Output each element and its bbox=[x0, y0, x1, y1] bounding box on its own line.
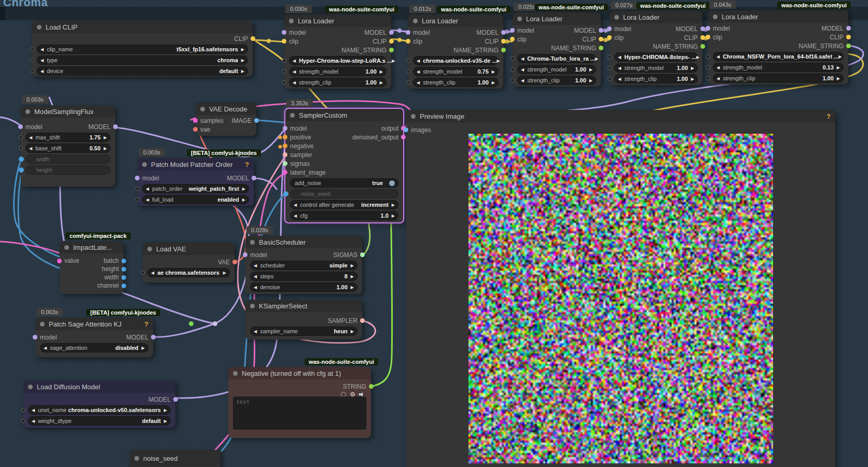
output-slot-width[interactable]: width bbox=[104, 274, 120, 281]
widget-port[interactable] bbox=[406, 80, 410, 84]
widget-port[interactable] bbox=[406, 59, 410, 63]
node-titlebar[interactable]: Patch Model Patcher Order? bbox=[137, 158, 254, 171]
decrement-arrow-icon[interactable]: ◀ bbox=[29, 135, 32, 140]
increment-arrow-icon[interactable]: ▶ bbox=[392, 203, 395, 207]
node-vae-decode[interactable]: VAE Decode samplesIMAGE vae bbox=[196, 103, 256, 136]
widget-port[interactable] bbox=[21, 408, 25, 412]
output-slot-output[interactable]: output bbox=[381, 125, 400, 132]
decrement-arrow-icon[interactable]: ◀ bbox=[293, 80, 296, 85]
collapse-dot[interactable] bbox=[411, 114, 416, 119]
node-titlebar[interactable]: Load Diffusion Model bbox=[23, 380, 175, 393]
decrement-arrow-icon[interactable]: ◀ bbox=[254, 274, 257, 279]
widget-port[interactable] bbox=[608, 55, 612, 59]
increment-arrow-icon[interactable]: ▶ bbox=[492, 80, 495, 85]
increment-arrow-icon[interactable]: ▶ bbox=[164, 408, 167, 413]
decrement-arrow-icon[interactable]: ◀ bbox=[40, 69, 44, 74]
decrement-arrow-icon[interactable]: ◀ bbox=[417, 69, 420, 74]
widget-port[interactable] bbox=[706, 76, 710, 80]
output-slot-model[interactable]: MODEL bbox=[476, 29, 500, 36]
input-slot-model[interactable]: model bbox=[711, 25, 730, 32]
collapse-dot[interactable] bbox=[40, 322, 45, 327]
collapse-dot[interactable] bbox=[64, 245, 69, 250]
noise-seed-input-port[interactable] bbox=[283, 191, 288, 196]
decrement-arrow-icon[interactable]: ◀ bbox=[717, 76, 720, 81]
output-slot-name-string[interactable]: NAME_STRING bbox=[798, 43, 845, 50]
input-slot-model[interactable]: model bbox=[38, 334, 57, 341]
strength-model-widget[interactable]: ◀strength_model1.00▶ bbox=[289, 67, 387, 76]
help-icon[interactable]: ? bbox=[826, 112, 831, 120]
node-lora-loader-3[interactable]: 0.025s was-node-suite-comfyui Lora Loade… bbox=[513, 12, 601, 87]
input-slot-sampler[interactable]: sampler bbox=[288, 151, 312, 159]
widget-port[interactable] bbox=[21, 419, 25, 423]
decrement-arrow-icon[interactable]: ◀ bbox=[294, 214, 297, 218]
node-titlebar[interactable]: KSamplerSelect bbox=[245, 300, 362, 312]
collapse-dot[interactable] bbox=[200, 107, 205, 111]
collapse-dot[interactable] bbox=[413, 19, 418, 23]
decrement-arrow-icon[interactable]: ◀ bbox=[417, 59, 420, 63]
input-slot-model[interactable]: model bbox=[24, 123, 43, 131]
increment-arrow-icon[interactable]: ▶ bbox=[351, 263, 354, 268]
output-slot-channel[interactable]: channel bbox=[97, 282, 120, 289]
node-noise-seed[interactable]: noise_seed bbox=[130, 450, 221, 467]
output-slot-name-string[interactable]: NAME_STRING bbox=[551, 45, 598, 52]
increment-arrow-icon[interactable]: ▶ bbox=[497, 59, 500, 63]
strength-clip-widget[interactable]: ◀strength_clip1.00▶ bbox=[614, 74, 698, 83]
vae-name-widget[interactable]: ◀ae chroma.safetensors▶ bbox=[147, 268, 230, 277]
collapse-dot[interactable] bbox=[28, 385, 33, 389]
output-slot-sigmas[interactable]: SIGMAS bbox=[333, 251, 359, 259]
strength-clip-widget[interactable]: ◀strength_clip1.00▶ bbox=[289, 78, 387, 87]
node-lora-loader-4[interactable]: 0.027s was-node-suite-comfyui Lora Loade… bbox=[610, 11, 702, 85]
steps-widget[interactable]: ◀steps8▶ bbox=[250, 272, 357, 281]
decrement-arrow-icon[interactable]: ◀ bbox=[521, 78, 524, 83]
increment-arrow-icon[interactable]: ▶ bbox=[691, 77, 694, 81]
collapse-dot[interactable] bbox=[37, 25, 42, 30]
type-widget[interactable]: ◀typechroma▶ bbox=[37, 55, 248, 65]
node-titlebar[interactable]: Patch Sage Attention KJ? bbox=[35, 318, 153, 330]
decrement-arrow-icon[interactable]: ◀ bbox=[32, 408, 35, 413]
output-slot-clip[interactable]: CLIP bbox=[234, 35, 250, 43]
node-titlebar[interactable]: SamplerCustom bbox=[285, 109, 403, 121]
output-slot-clip[interactable]: CLIP bbox=[582, 36, 598, 43]
increment-arrow-icon[interactable]: ▶ bbox=[589, 67, 593, 72]
output-slot-vae[interactable]: VAE bbox=[218, 259, 231, 266]
node-titlebar[interactable]: Lora Loader bbox=[284, 15, 391, 27]
collapse-dot[interactable] bbox=[25, 109, 30, 114]
node-titlebar[interactable]: BasicScheduler bbox=[245, 236, 362, 248]
lora-name-widget[interactable]: ◀Chroma-Turbo_lora_ra ...▶ bbox=[517, 54, 596, 63]
negative-text-input[interactable] bbox=[233, 397, 366, 430]
decrement-arrow-icon[interactable]: ◀ bbox=[146, 197, 149, 202]
output-slot-model[interactable]: MODEL bbox=[364, 29, 388, 36]
input-slot-clip[interactable]: clip bbox=[711, 34, 722, 41]
widget-port[interactable] bbox=[19, 146, 23, 150]
control-after-generate-widget[interactable]: ◀control after generateincrement▶ bbox=[290, 200, 398, 209]
node-lora-loader-1[interactable]: 0.030s was-node-suite-comfyui Lora Loade… bbox=[284, 15, 391, 89]
node-lora-loader-2[interactable]: 0.012s was-node-suite-comfyui Lora Loade… bbox=[408, 15, 503, 89]
input-slot-vae[interactable]: vae bbox=[199, 126, 210, 133]
increment-arrow-icon[interactable]: ▶ bbox=[241, 69, 244, 74]
collapse-dot[interactable] bbox=[250, 304, 255, 308]
input-slot-clip[interactable]: clip bbox=[613, 34, 624, 41]
widget-port[interactable] bbox=[135, 197, 140, 202]
widget-port[interactable] bbox=[19, 135, 23, 139]
increment-arrow-icon[interactable]: ▶ bbox=[223, 271, 226, 275]
input-slot-clip[interactable]: clip bbox=[287, 38, 298, 45]
decrement-arrow-icon[interactable]: ◀ bbox=[521, 56, 524, 61]
clip-name-widget[interactable]: ◀clip_namet5xxl_fp16.safetensors▶ bbox=[37, 45, 248, 54]
node-titlebar[interactable]: Lora Loader bbox=[708, 10, 848, 23]
widget-port[interactable] bbox=[282, 80, 286, 84]
node-patch-sage-attention[interactable]: 0.003s [BETA] comfyui-kjnodes Patch Sage… bbox=[35, 318, 153, 357]
strength-clip-widget[interactable]: ◀strength_clip1.00▶ bbox=[413, 78, 499, 87]
output-slot-model[interactable]: MODEL bbox=[148, 396, 172, 403]
node-titlebar[interactable]: VAE Decode bbox=[196, 103, 256, 115]
increment-arrow-icon[interactable]: ▶ bbox=[241, 58, 244, 63]
output-slot-batch[interactable]: batch bbox=[104, 257, 120, 264]
decrement-arrow-icon[interactable]: ◀ bbox=[151, 271, 154, 275]
input-slot-positive[interactable]: positive bbox=[288, 134, 311, 141]
input-slot-sigmas[interactable]: sigmas bbox=[288, 160, 310, 167]
collapse-dot[interactable] bbox=[614, 15, 619, 20]
collapse-dot[interactable] bbox=[250, 240, 255, 245]
decrement-arrow-icon[interactable]: ◀ bbox=[254, 285, 257, 290]
collapse-dot[interactable] bbox=[142, 162, 147, 167]
decrement-arrow-icon[interactable]: ◀ bbox=[146, 187, 149, 191]
node-ksampler-select[interactable]: KSamplerSelect SAMPLER ◀sampler_nameheun… bbox=[245, 300, 362, 339]
